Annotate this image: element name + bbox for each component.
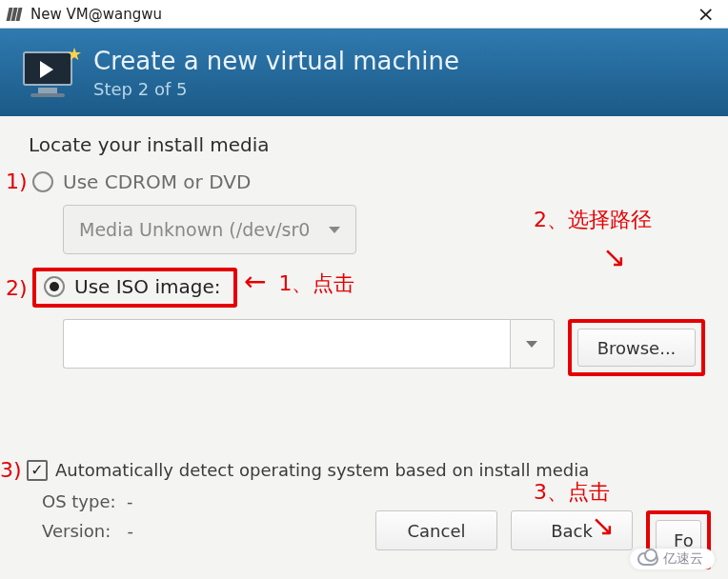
annotation-marker-1: 1): [6, 170, 32, 193]
iso-path-input[interactable]: [63, 319, 510, 369]
chevron-down-icon: [329, 227, 340, 233]
option-iso-row: 2) Use ISO image:: [23, 268, 705, 308]
app-icon: [8, 8, 25, 21]
create-vm-icon: ★: [19, 46, 80, 99]
os-type-label: OS type:: [42, 491, 116, 511]
version-label: Version:: [42, 521, 111, 541]
watermark-text: 亿速云: [663, 550, 703, 568]
iso-path-dropdown[interactable]: [510, 319, 555, 369]
annotation-2: 2、选择路径: [534, 206, 652, 234]
version-value: -: [127, 521, 133, 541]
annotation-marker-3: 3): [0, 458, 27, 482]
section-label: Locate your install media: [29, 133, 705, 156]
chevron-down-icon: [526, 341, 537, 348]
radio-iso-label: Use ISO image:: [74, 275, 220, 298]
window-titlebar: New VM@wangwu ×: [0, 0, 728, 29]
autodetect-row: 3) ✓ Automatically detect operating syst…: [23, 458, 705, 482]
cdrom-media-dropdown[interactable]: Media Unknown (/dev/sr0: [63, 205, 356, 254]
option-cdrom-row: 1) Use CDROM or DVD: [23, 170, 705, 193]
autodetect-label: Automatically detect operating system ba…: [55, 460, 589, 480]
browse-button[interactable]: Browse...: [577, 329, 696, 367]
cdrom-media-value: Media Unknown (/dev/sr0: [79, 219, 310, 240]
header-step: Step 2 of 5: [93, 79, 459, 99]
header-title: Create a new virtual machine: [93, 47, 459, 75]
iso-path-row: Browse...: [63, 319, 705, 376]
wizard-body: Locate your install media 1) Use CDROM o…: [0, 116, 728, 579]
os-type-value: -: [127, 491, 133, 511]
back-button[interactable]: Back: [511, 510, 633, 550]
close-icon[interactable]: ×: [692, 4, 720, 25]
annotation-highlight-browse: Browse...: [568, 319, 705, 376]
annotation-highlight-iso: Use ISO image:: [32, 268, 237, 308]
radio-cdrom[interactable]: [32, 171, 53, 192]
wizard-header: ★ Create a new virtual machine Step 2 of…: [0, 29, 728, 116]
annotation-marker-2: 2): [6, 276, 32, 300]
autodetect-checkbox[interactable]: ✓: [27, 460, 48, 481]
watermark: 亿速云: [630, 549, 715, 569]
cancel-button[interactable]: Cancel: [375, 510, 497, 550]
cloud-icon: [637, 552, 658, 566]
radio-cdrom-label: Use CDROM or DVD: [63, 170, 251, 193]
window-title: New VM@wangwu: [30, 6, 162, 23]
radio-iso[interactable]: [44, 276, 65, 297]
